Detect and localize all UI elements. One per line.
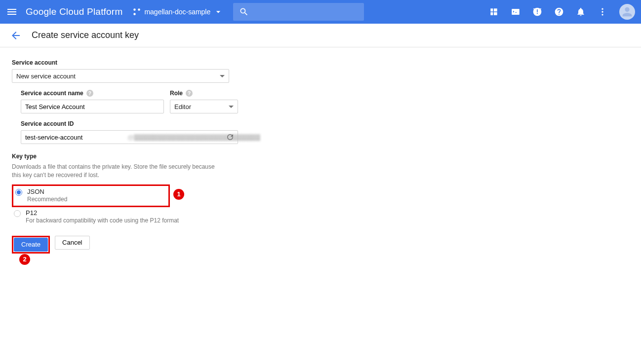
caret-down-icon	[220, 75, 225, 77]
alert-icon[interactable]	[531, 6, 543, 18]
svg-rect-5	[537, 9, 538, 12]
logo-bold: Google	[26, 6, 56, 17]
refresh-icon[interactable]	[226, 133, 235, 142]
service-account-label: Service account	[12, 59, 334, 66]
service-account-id-input[interactable]: @▓▓▓▓▓▓▓▓▓▓▓▓▓▓▓▓▓▓▓▓▓▓▓▓▓▓▓	[21, 130, 238, 144]
svg-rect-3	[512, 9, 520, 15]
role-label: Role ?	[170, 90, 238, 97]
form-content: Service account New service account Serv…	[0, 47, 346, 265]
radio-json[interactable]	[15, 189, 22, 196]
service-account-select[interactable]: New service account	[12, 69, 229, 83]
id-domain-suffix: @▓▓▓▓▓▓▓▓▓▓▓▓▓▓▓▓▓▓▓▓▓▓▓▓▓▓▓	[127, 134, 260, 141]
callout-badge-2: 2	[19, 254, 30, 265]
cancel-button[interactable]: Cancel	[55, 236, 89, 250]
project-selector[interactable]: magellan-doc-sample	[132, 7, 223, 17]
annotation-highlight-json: JSON Recommended 1	[12, 184, 170, 207]
help-icon[interactable]: ?	[86, 90, 93, 97]
more-vert-icon[interactable]	[597, 6, 608, 18]
search-input[interactable]	[255, 8, 358, 16]
callout-badge-1: 1	[173, 189, 184, 200]
radio-option-json[interactable]: JSON Recommended	[13, 186, 168, 205]
create-button[interactable]: Create	[14, 238, 48, 252]
name-field[interactable]	[25, 103, 160, 110]
service-account-name-label: Service account name ?	[21, 90, 164, 97]
id-field[interactable]	[25, 134, 104, 141]
p12-option-label: P12	[26, 209, 179, 217]
hamburger-menu-icon[interactable]	[6, 6, 18, 18]
service-account-value: New service account	[16, 73, 76, 80]
service-account-id-label: Service account ID	[21, 120, 238, 127]
svg-point-0	[134, 8, 136, 11]
svg-point-9	[601, 14, 603, 15]
svg-point-1	[138, 8, 141, 11]
page-title: Create service account key	[32, 30, 139, 40]
service-account-name-input[interactable]	[21, 100, 164, 113]
caret-down-icon	[213, 7, 223, 17]
notifications-icon[interactable]	[575, 6, 587, 18]
back-arrow-icon[interactable]	[10, 30, 22, 41]
svg-point-7	[601, 8, 603, 10]
search-icon	[239, 7, 249, 17]
role-select[interactable]: Editor	[170, 100, 238, 113]
key-type-label: Key type	[12, 153, 334, 160]
search-bar[interactable]	[233, 3, 364, 21]
gift-icon[interactable]	[488, 6, 500, 18]
top-header: Google Cloud Platform magellan-doc-sampl…	[0, 0, 641, 24]
cloud-shell-icon[interactable]	[510, 6, 521, 18]
json-option-label: JSON	[27, 188, 67, 195]
svg-point-2	[134, 13, 136, 15]
radio-p12[interactable]	[14, 210, 21, 217]
annotation-highlight-create: Create 2	[12, 236, 50, 254]
json-option-desc: Recommended	[27, 196, 67, 203]
logo-rest: Cloud Platform	[56, 6, 122, 17]
p12-option-desc: For backward compatibility with code usi…	[26, 217, 179, 224]
project-icon	[132, 7, 141, 16]
project-name: magellan-doc-sample	[144, 8, 210, 16]
svg-point-8	[601, 11, 603, 12]
gcp-logo: Google Cloud Platform	[26, 6, 122, 17]
help-icon[interactable]: ?	[186, 90, 193, 97]
key-type-description: Downloads a file that contains the priva…	[12, 163, 224, 180]
account-avatar[interactable]	[619, 4, 635, 20]
role-value: Editor	[174, 103, 191, 110]
page-subheader: Create service account key	[0, 24, 641, 47]
radio-option-p12[interactable]: P12 For backward compatibility with code…	[12, 207, 334, 226]
caret-down-icon	[229, 106, 234, 108]
svg-point-6	[537, 13, 538, 14]
help-icon[interactable]	[553, 6, 565, 18]
